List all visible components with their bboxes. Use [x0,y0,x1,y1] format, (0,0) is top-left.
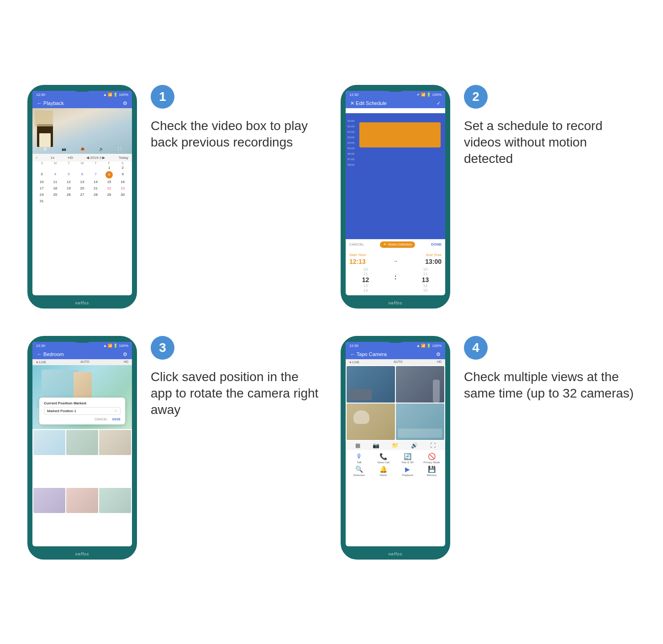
screen1-video-controls: ⏸ 📷 📤 🔊 ⛶ [32,147,132,152]
detection-label: Detection [353,474,365,476]
screen4-live-bar: ● LIVE AUTO HD [346,359,445,365]
camera-icon4[interactable]: 📷 [373,442,379,449]
time-picker-values: 12:13 → 13:00 [349,258,442,265]
menu-alerts[interactable]: 🔔 Alerts [372,466,395,476]
colon-separator: : [395,273,397,293]
chevron-left[interactable]: ‹ [36,156,37,160]
phone-2: 12:30 ✔ 📶 🔋 100% ✕ Edit Schedule ✓ SMTWT… [341,85,450,309]
screen3-thumbnail-grid [32,429,132,546]
screen2-time-picker: Start Time End Time 12:13 → 13:00 [346,250,445,295]
cell-4-left: 12:30 ▲ 📶 🔋 100% ← Tapo Camera ⚙ ● LIVE … [341,336,450,560]
screen1-time: 12:30 [36,93,45,97]
thumb-6[interactable] [99,488,131,513]
screen3-gear[interactable]: ⚙ [123,351,127,357]
alerts-label: Alerts [380,474,387,476]
screen4-header: ← Tapo Camera ⚙ [346,350,445,359]
screen2-bottom-bar: CANCEL 🔔 Motion Detection DONE [346,239,445,250]
volume-icon[interactable]: 🔊 [99,147,104,151]
menu-voice-call[interactable]: 📞 Voice Call [372,453,395,464]
phone-2-screen: 12:30 ✔ 📶 🔋 100% ✕ Edit Schedule ✓ SMTWT… [346,91,445,295]
mv-1[interactable] [347,366,395,403]
menu-talk[interactable]: 🎙 Talk [347,453,371,464]
screen3-icons: ▲ 📶 🔋 100% [103,344,128,348]
screen4-bottom-menu: 🎙 Talk 📞 Voice Call 🔄 Pan & Tilt [346,450,445,481]
phone4-brand: neffos [342,550,449,558]
resolution-label: HD [68,156,73,160]
thumb-2[interactable] [66,430,98,455]
screen1-icons: ▲ 📶 🔋 100% [103,93,128,97]
mv-2[interactable] [396,366,444,403]
step-3-number: 3 [151,336,174,360]
screen4-statusbar: 12:30 ▲ 📶 🔋 100% [346,342,445,350]
detection-icon: 🔍 [355,466,363,473]
cell-2-left: 12:30 ✔ 📶 🔋 100% ✕ Edit Schedule ✓ SMTWT… [341,85,450,309]
minute-roller: 10 11 13 14 15 [422,267,429,293]
menu-detection[interactable]: 🔍 Detection [347,466,371,476]
cell-1-description: 1 Check the video box to play back previ… [151,85,322,151]
expand-icon[interactable]: ⛶ [118,147,121,151]
memory-label: Memory [427,474,437,476]
calendar-nav: ◀ 2019-3 ▶ [86,156,105,160]
dialog-title: Current Position Marked [44,401,121,405]
dialog-save-btn[interactable]: SAVE [112,418,121,421]
screen1-back[interactable]: ← Playback [37,100,64,106]
menu-pan-tilt[interactable]: 🔄 Pan & Tilt [396,453,419,464]
screen2-close[interactable]: ✕ Edit Schedule [350,100,387,106]
phone-4-screen: 12:30 ▲ 📶 🔋 100% ← Tapo Camera ⚙ ● LIVE … [346,342,445,546]
phone-3: 12:30 ▲ 📶 🔋 100% ← Bedroom ⚙ ● LIVE AUTO… [27,336,137,560]
screen2-time-labels: 00:00 01:00 02:00 03:00 04:00 05:00 06:0… [347,120,354,166]
mv-3[interactable] [347,403,395,440]
auto-label4: AUTO [394,360,402,364]
schedule-orange-block[interactable] [359,122,441,147]
screen2-check[interactable]: ✓ [437,100,441,106]
screen4-gear[interactable]: ⚙ [436,351,441,357]
privacy-label: Privacy Mode [423,461,440,464]
grid-icon[interactable]: ▦ [355,442,360,449]
memory-icon: 💾 [428,466,436,473]
motion-btn[interactable]: 🔔 Motion Detection [380,241,415,248]
camera-icon[interactable]: 📷 [62,147,66,151]
cancel-btn[interactable]: CANCEL [349,242,364,246]
step-1-number: 1 [151,85,174,109]
folder-icon4[interactable]: 📁 [392,442,399,449]
live-indicator4: ● LIVE [349,360,359,364]
dialog-input-field[interactable]: Marked Position 1 ✕ [44,407,121,415]
screen4-controls-bar: ▦ 📷 📁 🔊 ⛶ [346,441,445,450]
pan-tilt-icon: 🔄 [404,453,411,460]
menu-privacy[interactable]: 🚫 Privacy Mode [420,453,443,464]
phone-1-notch [73,86,91,92]
today-btn[interactable]: Today [119,156,128,160]
clear-icon[interactable]: ✕ [114,409,117,413]
screen3-live-bar: ● LIVE AUTO HD [32,359,132,365]
phone1-brand: neffos [29,299,136,307]
screen4-time: 12:30 [349,344,358,348]
done-btn[interactable]: DONE [431,242,442,246]
phone-1-wrap: 12:30 ▲ 📶 🔋 100% ← Playback ⚙ [27,85,137,309]
thumb-4[interactable] [33,488,65,513]
screen4-multi-view [346,365,445,441]
phone-4: 12:30 ▲ 📶 🔋 100% ← Tapo Camera ⚙ ● LIVE … [341,336,450,560]
menu-memory[interactable]: 💾 Memory [420,466,443,476]
thumb-3[interactable] [99,430,131,455]
talk-label: Talk [357,461,362,464]
screen4-back[interactable]: ← Tapo Camera [350,351,387,357]
fullscreen-icon4[interactable]: ⛶ [430,442,436,449]
screen1-gear[interactable]: ⚙ [123,100,127,106]
time-picker-header: Start Time End Time [349,253,442,257]
dialog-cancel-btn[interactable]: CANCEL [95,418,107,421]
end-time-label: End Time [426,253,442,257]
cell-3: 12:30 ▲ 📶 🔋 100% ← Bedroom ⚙ ● LIVE AUTO… [27,336,322,560]
step-2-number: 2 [464,85,488,109]
bottom-menu-row-1: 🎙 Talk 📞 Voice Call 🔄 Pan & Tilt [347,453,443,464]
thumb-5[interactable] [66,488,98,513]
speaker-icon4[interactable]: 🔊 [411,442,418,449]
pause-icon[interactable]: ⏸ [43,147,47,152]
thumb-1[interactable] [33,430,65,455]
share-icon[interactable]: 📤 [80,147,85,151]
phone-3-notch [73,337,91,343]
alerts-icon: 🔔 [379,466,387,473]
menu-playback[interactable]: ▶ Playback [396,466,419,476]
mv-4[interactable] [396,403,444,440]
screen3-back[interactable]: ← Bedroom [37,351,64,357]
playback-label: Playback [402,474,413,476]
